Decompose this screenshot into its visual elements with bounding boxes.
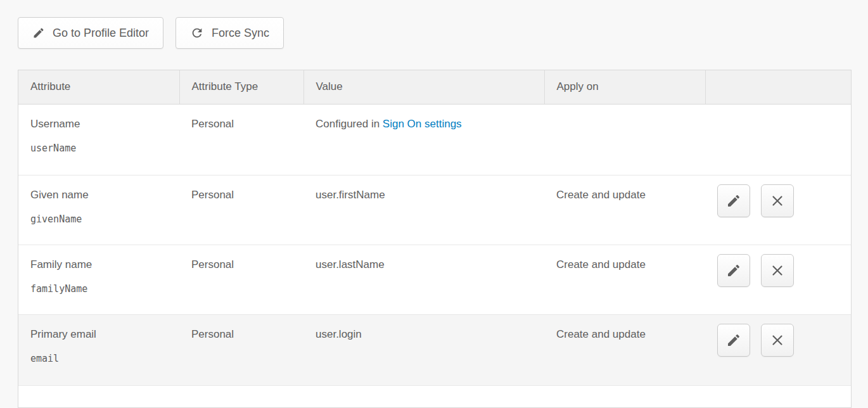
edit-attribute-button[interactable] — [717, 184, 750, 217]
x-icon — [770, 263, 785, 278]
pencil-icon — [726, 333, 741, 348]
actions-cell — [705, 314, 851, 385]
x-icon — [770, 193, 785, 208]
attribute-label: Family name — [30, 258, 92, 271]
sign-on-settings-link[interactable]: Sign On settings — [383, 118, 462, 130]
attribute-variable-name: givenName — [30, 214, 173, 225]
value-cell: user.firstName — [303, 175, 544, 245]
attribute-type-cell: Personal — [179, 314, 303, 385]
apply-on-cell: Create and update — [544, 175, 705, 245]
value-cell: user.lastName — [303, 245, 544, 314]
attribute-label: Given name — [30, 189, 89, 201]
edit-attribute-button[interactable] — [717, 324, 750, 357]
table-row: Family name familyName Personal user.las… — [18, 245, 851, 314]
go-to-profile-editor-label: Go to Profile Editor — [53, 27, 149, 40]
attribute-cell: Primary email email — [18, 314, 179, 385]
value-text: Configured in — [316, 118, 380, 130]
x-icon — [770, 333, 785, 348]
value-cell: Configured in Sign On settings — [303, 104, 544, 175]
attribute-cell: Family name familyName — [18, 245, 179, 314]
edit-attribute-button[interactable] — [717, 254, 750, 287]
attribute-variable-name: email — [30, 353, 173, 364]
table-row: Primary email email Personal user.login … — [18, 314, 851, 385]
delete-attribute-button[interactable] — [761, 254, 794, 287]
header-actions — [705, 70, 851, 104]
table-row-partial — [18, 385, 851, 408]
apply-on-cell: Create and update — [544, 245, 705, 314]
value-cell: user.login — [303, 314, 544, 385]
apply-on-cell: Create and update — [544, 314, 705, 385]
header-attribute-type: Attribute Type — [179, 70, 303, 104]
attribute-variable-name: familyName — [30, 283, 173, 295]
table-row: Username userName Personal Configured in… — [18, 104, 851, 175]
delete-attribute-button[interactable] — [761, 324, 794, 357]
attribute-variable-name: userName — [30, 143, 173, 154]
toolbar: Go to Profile Editor Force Sync — [18, 17, 284, 49]
attribute-mappings-table: Attribute Attribute Type Value Apply on … — [18, 70, 852, 408]
attribute-mappings-page: Go to Profile Editor Force Sync Attribut… — [0, 0, 868, 408]
attribute-cell: Username userName — [18, 104, 179, 175]
pencil-icon — [32, 27, 45, 39]
attribute-label: Username — [30, 118, 80, 130]
partial-row-cell — [18, 385, 851, 408]
attribute-cell: Given name givenName — [18, 175, 179, 245]
table-row: Given name givenName Personal user.first… — [18, 175, 851, 245]
attribute-type-cell: Personal — [179, 175, 303, 245]
go-to-profile-editor-button[interactable]: Go to Profile Editor — [18, 17, 163, 49]
pencil-icon — [726, 193, 741, 208]
header-attribute: Attribute — [18, 70, 179, 104]
attribute-type-cell: Personal — [179, 245, 303, 314]
table-header-row: Attribute Attribute Type Value Apply on — [18, 70, 851, 104]
attribute-label: Primary email — [30, 328, 96, 340]
actions-cell — [705, 104, 851, 175]
apply-on-cell — [544, 104, 705, 175]
header-value: Value — [303, 70, 544, 104]
force-sync-label: Force Sync — [212, 27, 269, 40]
force-sync-button[interactable]: Force Sync — [176, 17, 284, 49]
attribute-type-cell: Personal — [179, 104, 303, 175]
delete-attribute-button[interactable] — [761, 184, 794, 217]
pencil-icon — [726, 263, 741, 278]
refresh-icon — [190, 26, 204, 40]
header-apply-on: Apply on — [544, 70, 705, 104]
actions-cell — [705, 175, 851, 245]
actions-cell — [705, 245, 851, 314]
